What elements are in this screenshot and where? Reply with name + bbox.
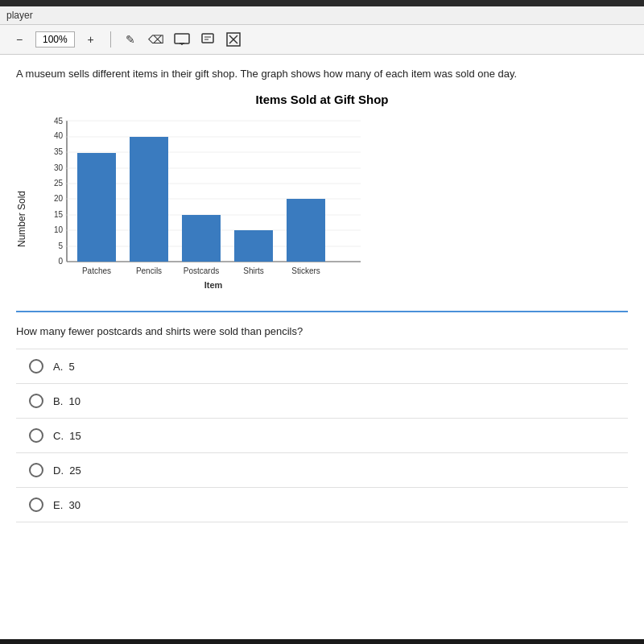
radio-c[interactable] — [29, 428, 43, 443]
content-area: A museum sells different items in their … — [0, 55, 644, 639]
zoom-out-button[interactable]: − — [10, 30, 29, 49]
toolbar-divider — [110, 31, 111, 47]
top-bar — [0, 0, 644, 6]
svg-text:35: 35 — [54, 147, 64, 156]
option-e-label: E. 30 — [53, 499, 80, 511]
bar-patches — [77, 153, 116, 262]
radio-a[interactable] — [29, 359, 43, 374]
pen-button[interactable]: ✎ — [121, 30, 140, 49]
option-a[interactable]: A. 5 — [16, 349, 628, 384]
bar-stickers — [287, 199, 325, 262]
chart-title: Items Sold at Gift Shop — [16, 93, 628, 106]
svg-text:Shirts: Shirts — [243, 266, 264, 275]
option-d-label: D. 25 — [53, 464, 81, 477]
option-c[interactable]: C. 15 — [16, 419, 628, 453]
svg-text:Item: Item — [204, 280, 223, 290]
svg-text:0: 0 — [58, 257, 63, 266]
y-axis-label: Number Sold — [16, 113, 27, 301]
radio-d[interactable] — [29, 463, 43, 477]
svg-text:Stickers: Stickers — [291, 266, 320, 275]
close-x-button[interactable] — [224, 30, 243, 49]
chart-inner: 0 5 10 15 20 25 30 35 40 — [31, 113, 628, 301]
svg-text:Postcards: Postcards — [184, 266, 219, 275]
option-b-label: B. 10 — [53, 395, 80, 407]
svg-text:5: 5 — [58, 242, 63, 250]
options-list: A. 5 B. 10 C. 15 D. 25 E. 30 — [16, 349, 628, 522]
option-e[interactable]: E. 30 — [16, 488, 628, 522]
svg-text:25: 25 — [54, 179, 64, 188]
zoom-in-button[interactable]: + — [81, 30, 101, 49]
zoom-level: 100% — [35, 31, 75, 47]
radio-e[interactable] — [29, 497, 43, 512]
eraser-button[interactable]: ⌫ — [147, 30, 166, 49]
svg-text:Pencils: Pencils — [136, 266, 162, 275]
toolbar: − 100% + ✎ ⌫ — [0, 25, 644, 55]
option-d[interactable]: D. 25 — [16, 453, 628, 488]
chart-container: Items Sold at Gift Shop Number Sold 0 5 … — [16, 93, 628, 312]
svg-text:15: 15 — [54, 210, 64, 219]
bar-pencils — [130, 137, 168, 262]
option-a-label: A. 5 — [53, 361, 75, 373]
intro-text: A museum sells different items in their … — [16, 68, 628, 80]
svg-rect-0 — [175, 34, 189, 43]
radio-b[interactable] — [29, 394, 43, 408]
svg-text:45: 45 — [54, 117, 64, 126]
bar-chart: 0 5 10 15 20 25 30 35 40 — [31, 113, 369, 298]
title-bar: player — [0, 6, 644, 25]
bar-postcards — [182, 215, 221, 262]
flag-button[interactable] — [198, 30, 217, 49]
option-c-label: C. 15 — [53, 430, 81, 442]
question-text: How many fewer postcards and shirts were… — [16, 325, 628, 337]
bar-shirts — [234, 230, 273, 262]
svg-text:10: 10 — [54, 225, 64, 234]
app-title: player — [6, 10, 33, 21]
svg-text:20: 20 — [54, 194, 64, 203]
svg-rect-3 — [202, 34, 213, 43]
chart-wrapper: Number Sold 0 5 10 15 20 — [16, 113, 628, 301]
svg-text:Patches: Patches — [82, 266, 111, 275]
monitor-button[interactable] — [172, 30, 192, 49]
option-b[interactable]: B. 10 — [16, 384, 628, 419]
svg-text:40: 40 — [54, 131, 64, 140]
svg-text:30: 30 — [54, 163, 64, 172]
